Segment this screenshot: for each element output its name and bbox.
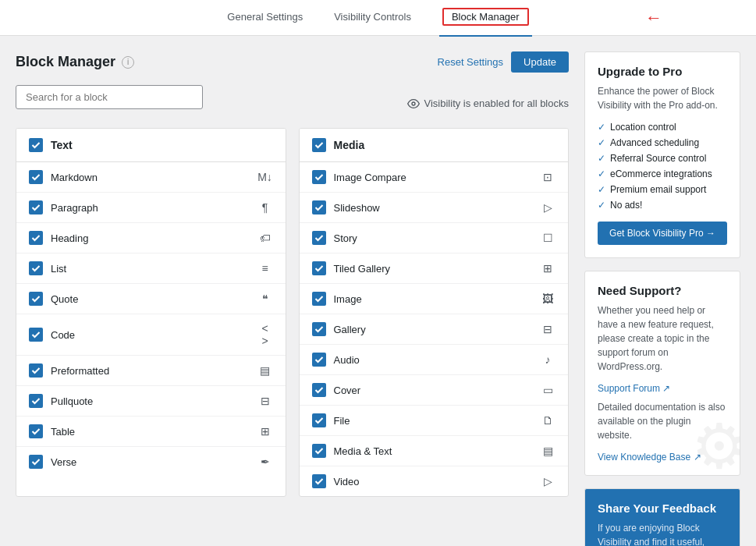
block-item-left: Story — [312, 231, 357, 245]
tab-block-manager[interactable]: Block Manager — [439, 0, 532, 37]
block-checkbox[interactable] — [29, 261, 43, 275]
block-name: Slideshow — [334, 202, 380, 214]
tab-general-settings[interactable]: General Settings — [224, 2, 306, 34]
list-item: Image 🖼 — [300, 284, 569, 314]
block-name: Story — [334, 232, 357, 244]
text-category-checkbox[interactable] — [29, 138, 43, 152]
media-items-list: Image Compare ⊡ Slideshow ▷ Story ☐ Tile… — [300, 162, 569, 496]
block-item-left: Paragraph — [29, 200, 98, 214]
list-item: Story ☐ — [300, 223, 569, 254]
block-type-icon: 🗋 — [540, 414, 555, 427]
list-item: Cover ▭ — [300, 375, 569, 406]
media-category-title: Media — [334, 139, 365, 151]
check-icon: ✓ — [598, 168, 605, 179]
media-category-checkbox[interactable] — [312, 138, 326, 152]
pro-feature-label: No ads! — [610, 200, 642, 211]
block-checkbox[interactable] — [312, 170, 326, 184]
block-checkbox[interactable] — [29, 231, 43, 245]
block-name: Table — [51, 426, 75, 438]
page-header: Block Manager i Reset Settings Update — [16, 51, 569, 73]
list-item: Markdown M↓ — [16, 162, 286, 193]
top-nav: General Settings Visibility Controls Blo… — [0, 0, 756, 36]
block-type-icon: ▷ — [540, 475, 555, 488]
block-checkbox[interactable] — [29, 424, 43, 438]
search-input[interactable] — [16, 85, 203, 109]
block-item-left: List — [29, 261, 66, 275]
list-item: Table ⊞ — [16, 417, 286, 447]
list-item: Verse ✒ — [16, 447, 286, 477]
block-item-left: Tiled Gallery — [312, 261, 390, 275]
block-type-icon: ⊞ — [257, 425, 273, 438]
media-category: Media Image Compare ⊡ Slideshow ▷ Story … — [299, 128, 570, 497]
support-forum-link[interactable]: Support Forum ↗ — [598, 383, 727, 394]
header-actions: Reset Settings Update — [438, 51, 569, 73]
block-checkbox[interactable] — [29, 328, 43, 342]
upgrade-title: Upgrade to Pro — [598, 65, 727, 78]
block-item-left: Table — [29, 424, 75, 438]
block-type-icon: ▤ — [540, 445, 555, 457]
tab-visibility-controls[interactable]: Visibility Controls — [331, 2, 414, 34]
block-checkbox[interactable] — [312, 322, 326, 336]
eye-icon — [407, 98, 420, 110]
pro-feature-label: Premium email support — [610, 184, 706, 195]
sidebar: Upgrade to Pro Enhance the power of Bloc… — [584, 51, 740, 546]
list-item: Code < > — [16, 314, 286, 356]
block-checkbox[interactable] — [29, 170, 43, 184]
block-type-icon: ≡ — [257, 262, 273, 275]
block-item-left: Markdown — [29, 170, 98, 184]
block-name: Cover — [334, 385, 361, 396]
update-button[interactable]: Update — [511, 51, 569, 73]
info-icon[interactable]: i — [122, 56, 134, 69]
pro-feature-label: Referral Source control — [610, 153, 706, 164]
support-title: Need Support? — [598, 284, 727, 297]
block-type-icon: M↓ — [257, 171, 273, 183]
feedback-desc: If you are enjoying Block Visibility and… — [598, 521, 727, 546]
block-checkbox[interactable] — [312, 383, 326, 397]
block-checkbox[interactable] — [312, 261, 326, 275]
list-item: Image Compare ⊡ — [300, 162, 569, 193]
feedback-card: Share Your Feedback If you are enjoying … — [584, 488, 740, 546]
block-item-left: Slideshow — [312, 200, 380, 214]
block-checkbox[interactable] — [312, 413, 326, 427]
block-checkbox[interactable] — [312, 231, 326, 245]
get-pro-button[interactable]: Get Block Visibility Pro → — [598, 222, 727, 245]
list-item: Tiled Gallery ⊞ — [300, 254, 569, 284]
block-name: File — [334, 415, 350, 427]
block-checkbox[interactable] — [29, 455, 43, 469]
block-name: Image Compare — [334, 172, 406, 183]
block-checkbox[interactable] — [312, 200, 326, 214]
block-name: List — [51, 263, 66, 275]
block-type-icon: 🏷 — [257, 232, 273, 244]
text-items-list: Markdown M↓ Paragraph ¶ Heading 🏷 List ≡ — [16, 162, 286, 477]
block-name: Tiled Gallery — [334, 263, 390, 275]
block-name: Paragraph — [51, 202, 98, 214]
block-checkbox[interactable] — [312, 444, 326, 458]
knowledge-base-link[interactable]: View Knowledge Base ↗ — [598, 452, 727, 463]
pro-feature-item: ✓Premium email support — [598, 184, 727, 195]
block-checkbox[interactable] — [29, 363, 43, 378]
block-checkbox[interactable] — [312, 292, 326, 306]
reset-settings-button[interactable]: Reset Settings — [438, 56, 504, 68]
block-name: Image — [334, 293, 362, 305]
block-type-icon: 🖼 — [540, 292, 555, 305]
block-type-icon: ▭ — [540, 384, 555, 396]
block-name: Audio — [334, 354, 360, 366]
block-item-left: Video — [312, 474, 360, 488]
block-type-icon: < > — [257, 322, 273, 347]
pro-feature-item: ✓Referral Source control — [598, 153, 727, 164]
block-checkbox[interactable] — [312, 353, 326, 367]
block-checkbox[interactable] — [312, 474, 326, 488]
pro-feature-item: ✓eCommerce integrations — [598, 168, 727, 179]
block-name: Video — [334, 476, 360, 488]
pro-features-list: ✓Location control✓Advanced scheduling✓Re… — [598, 122, 727, 211]
page-title: Block Manager i — [16, 54, 134, 70]
block-checkbox[interactable] — [29, 292, 43, 306]
block-name: Preformatted — [51, 365, 109, 377]
block-item-left: Heading — [29, 231, 88, 245]
support-card: Need Support? Whether you need help or h… — [584, 271, 740, 476]
pro-feature-item: ✓No ads! — [598, 200, 727, 211]
upgrade-desc: Enhance the power of Block Visibility wi… — [598, 84, 727, 112]
block-checkbox[interactable] — [29, 200, 43, 214]
list-item: Slideshow ▷ — [300, 193, 569, 223]
block-checkbox[interactable] — [29, 394, 43, 408]
